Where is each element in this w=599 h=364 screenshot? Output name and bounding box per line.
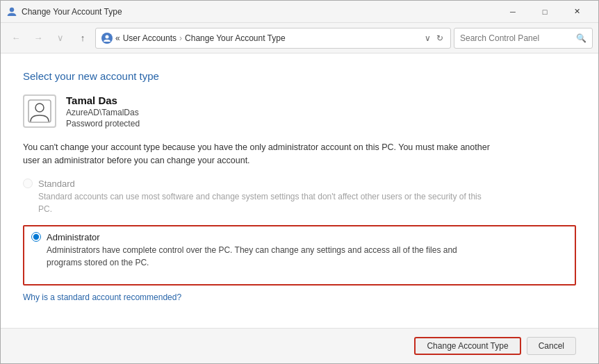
change-account-type-button[interactable]: Change Account Type: [414, 337, 520, 355]
standard-radio-label: Standard: [38, 179, 75, 189]
main-content: Select your new account type Tamal Das A…: [1, 53, 598, 328]
footer: Change Account Type Cancel: [1, 328, 598, 363]
nav-bar: ← → ∨ ↑ « User Accounts › Change Your Ac…: [1, 23, 598, 53]
administrator-radio-label: Administrator: [47, 232, 100, 242]
standard-label: Standard: [23, 179, 576, 189]
forward-button[interactable]: →: [28, 28, 48, 48]
svg-point-0: [10, 8, 14, 12]
standard-description: Standard accounts can use most software …: [38, 190, 483, 215]
breadcrumb-part1: User Accounts: [123, 33, 177, 43]
window-controls: ─ □ ✕: [497, 1, 593, 23]
address-icon: [101, 33, 113, 44]
address-dropdown-arrow[interactable]: ∨: [423, 32, 432, 44]
user-domain: AzureAD\TamalDas: [66, 108, 140, 117]
search-box[interactable]: 🔍: [454, 28, 593, 49]
why-standard-link[interactable]: Why is a standard account recommended?: [23, 292, 181, 302]
administrator-label: Administrator: [31, 232, 568, 242]
window-title: Change Your Account Type: [22, 7, 497, 17]
title-bar: Change Your Account Type ─ □ ✕: [1, 1, 598, 23]
address-bar[interactable]: « User Accounts › Change Your Account Ty…: [95, 28, 451, 49]
maximize-button[interactable]: □: [529, 1, 561, 23]
search-input[interactable]: [460, 33, 573, 43]
section-title: Select your new account type: [23, 70, 576, 82]
administrator-radio[interactable]: [31, 232, 41, 242]
minimize-button[interactable]: ─: [497, 1, 529, 23]
standard-radio[interactable]: [23, 179, 33, 188]
svg-point-1: [106, 35, 109, 38]
svg-point-3: [35, 104, 44, 112]
breadcrumb-current: Change Your Account Type: [185, 33, 286, 43]
administrator-option-box: Administrator Administrators have comple…: [23, 225, 576, 286]
refresh-button[interactable]: ↻: [435, 32, 445, 44]
up-button[interactable]: ↑: [73, 28, 92, 48]
main-window: Change Your Account Type ─ □ ✕ ← → ∨ ↑: [0, 0, 599, 364]
breadcrumb-prefix: «: [115, 33, 120, 43]
cancel-button[interactable]: Cancel: [527, 337, 576, 355]
avatar: [23, 94, 56, 128]
window-icon: [6, 6, 17, 17]
user-name: Tamal Das: [66, 94, 140, 106]
administrator-description: Administrators have complete control ove…: [47, 244, 491, 269]
standard-option: Standard Standard accounts can use most …: [23, 179, 576, 215]
administrator-option: Administrator Administrators have comple…: [31, 232, 568, 269]
close-button[interactable]: ✕: [561, 1, 593, 23]
user-status: Password protected: [66, 119, 140, 129]
back-button[interactable]: ←: [6, 28, 26, 48]
user-info: Tamal Das AzureAD\TamalDas Password prot…: [23, 94, 576, 129]
breadcrumb-separator: ›: [179, 33, 182, 43]
warning-text: You can't change your account type becau…: [23, 141, 495, 167]
breadcrumb: « User Accounts › Change Your Account Ty…: [115, 33, 420, 43]
dropdown-button[interactable]: ∨: [51, 28, 70, 48]
user-details: Tamal Das AzureAD\TamalDas Password prot…: [66, 94, 140, 129]
search-icon[interactable]: 🔍: [576, 33, 586, 43]
